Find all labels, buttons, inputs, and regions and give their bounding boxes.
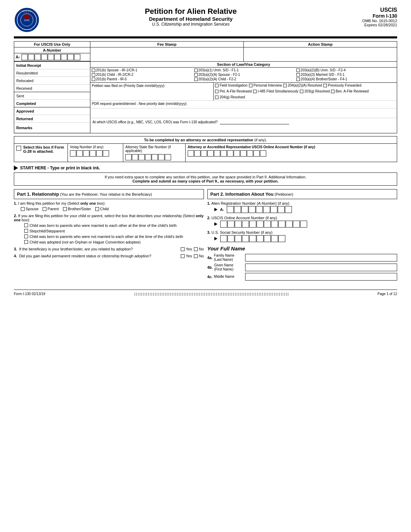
a-cell-1[interactable] [21, 54, 28, 60]
p2q3-cell-4[interactable] [242, 235, 249, 242]
p2q2-cell-12[interactable] [300, 221, 307, 228]
q1-spouse-cb[interactable] [21, 207, 25, 211]
p2q2-cell-4[interactable] [242, 221, 249, 228]
a-cell-2[interactable] [28, 54, 34, 60]
p2q1-cell-8[interactable] [278, 206, 285, 213]
volag-cell-2[interactable] [77, 150, 83, 157]
p2q3-cell-7[interactable] [264, 235, 271, 242]
visa-cb-6[interactable] [296, 73, 300, 77]
q4-no-cb[interactable] [194, 254, 198, 258]
volag-cell-4[interactable] [90, 150, 96, 157]
204g-cb[interactable] [215, 96, 218, 99]
p2q2-cell-9[interactable] [278, 221, 285, 228]
personal-interview-cb[interactable] [249, 84, 252, 87]
p2q2-cell-6[interactable] [257, 221, 263, 228]
prev-fwd-cb[interactable] [323, 84, 327, 87]
q2-opt2-cb[interactable] [24, 229, 28, 233]
q2-opt3-cb[interactable] [24, 234, 28, 238]
volag-cell-5[interactable] [96, 150, 102, 157]
visa-cb-7[interactable] [92, 78, 95, 81]
bar-cell-6[interactable] [158, 154, 164, 160]
rep-cell-12[interactable] [260, 150, 266, 157]
p2q3-cell-2[interactable] [227, 235, 234, 242]
rep-cell-8[interactable] [234, 150, 240, 157]
q4-yes-cb[interactable] [181, 254, 185, 258]
bar-cell-7[interactable] [165, 154, 171, 160]
a-cell-8[interactable] [68, 54, 74, 60]
p2q1-cell-4[interactable] [249, 206, 256, 213]
volag-cell-6[interactable] [103, 150, 109, 157]
q1-child-cb[interactable] [95, 207, 99, 211]
p2q2-cell-2[interactable] [227, 221, 234, 228]
p2-4b-input[interactable] [245, 264, 397, 271]
rep-cell-6[interactable] [221, 150, 227, 157]
p2-4c-input[interactable] [245, 273, 397, 281]
p2q1-cell-2[interactable] [234, 206, 241, 213]
approved-section: Petition was filed on (Priority Date mm/… [90, 83, 397, 101]
p2q1-cell-6[interactable] [263, 206, 270, 213]
p2q1-cell-9[interactable] [285, 206, 292, 213]
p2q1-cell-1[interactable] [227, 206, 234, 213]
203g-cb[interactable] [300, 90, 303, 93]
bar-cell-3[interactable] [139, 154, 145, 160]
pet-afile-cb[interactable] [215, 90, 218, 93]
field-invest-cb[interactable] [215, 84, 218, 87]
204-cb[interactable] [283, 84, 287, 87]
p2-4a-input[interactable] [245, 254, 397, 261]
bar-cell-5[interactable] [152, 154, 158, 160]
rep-cell-7[interactable] [227, 150, 233, 157]
a-cell-6[interactable] [54, 54, 61, 60]
q3-yes-cb[interactable] [181, 247, 185, 251]
a-cell-5[interactable] [48, 54, 54, 60]
rep-cell-1[interactable] [188, 150, 194, 157]
bar-cell-4[interactable] [145, 154, 151, 160]
a-cell-4[interactable] [41, 54, 47, 60]
rep-cell-4[interactable] [207, 150, 214, 157]
a-cell-9[interactable] [74, 54, 80, 60]
q1-parent-cb[interactable] [43, 207, 46, 211]
bar-cell-1[interactable] [125, 154, 132, 160]
volag-cell-1[interactable] [70, 150, 76, 157]
q2-opt1-cb[interactable] [24, 223, 28, 227]
ben-afile-cb[interactable] [331, 90, 334, 93]
volag-cell-3[interactable] [83, 150, 89, 157]
q3-no-cb[interactable] [194, 247, 198, 251]
p2q3-cell-1[interactable] [220, 235, 227, 242]
visa-cb-5[interactable] [194, 73, 198, 77]
p2q3-cell-3[interactable] [235, 235, 242, 242]
visa-cb-9[interactable] [296, 78, 300, 81]
q1-bs-cb[interactable] [63, 207, 67, 211]
rep-cell-10[interactable] [247, 150, 253, 157]
a-cell-7[interactable] [61, 54, 67, 60]
rep-cell-2[interactable] [194, 150, 200, 157]
rep-cell-5[interactable] [214, 150, 220, 157]
a-number-row: A- [14, 53, 90, 61]
visa-cb-1[interactable] [92, 69, 95, 72]
p2q1-cell-5[interactable] [256, 206, 263, 213]
p2q1-cell-7[interactable] [270, 206, 277, 213]
p2q2-cell-8[interactable] [271, 221, 278, 228]
visa-cb-2[interactable] [194, 69, 198, 72]
visa-cb-4[interactable] [92, 73, 95, 77]
i485-cb[interactable] [253, 90, 257, 93]
visa-cb-3[interactable] [296, 69, 300, 72]
p2q2-cell-7[interactable] [264, 221, 271, 228]
p2q2-cell-1[interactable] [220, 221, 227, 228]
p2q1-cell-3[interactable] [241, 206, 248, 213]
p2q2-cell-5[interactable] [249, 221, 256, 228]
p2q3-cell-8[interactable] [271, 235, 278, 242]
rep-cell-3[interactable] [201, 150, 207, 157]
p2q3-cell-6[interactable] [257, 235, 263, 242]
p2q3-cell-9[interactable] [278, 235, 285, 242]
p2q2-cell-3[interactable] [235, 221, 242, 228]
rep-cell-11[interactable] [253, 150, 260, 157]
p2q2-cell-10[interactable] [286, 221, 293, 228]
g28-checkbox[interactable] [16, 146, 21, 151]
visa-cb-8[interactable] [194, 78, 198, 81]
a-cell-3[interactable] [35, 54, 41, 60]
p2q2-cell-11[interactable] [293, 221, 300, 228]
p2q3-cell-5[interactable] [249, 235, 256, 242]
rep-cell-9[interactable] [240, 150, 247, 157]
q2-opt4-cb[interactable] [24, 240, 28, 244]
bar-cell-2[interactable] [132, 154, 138, 160]
